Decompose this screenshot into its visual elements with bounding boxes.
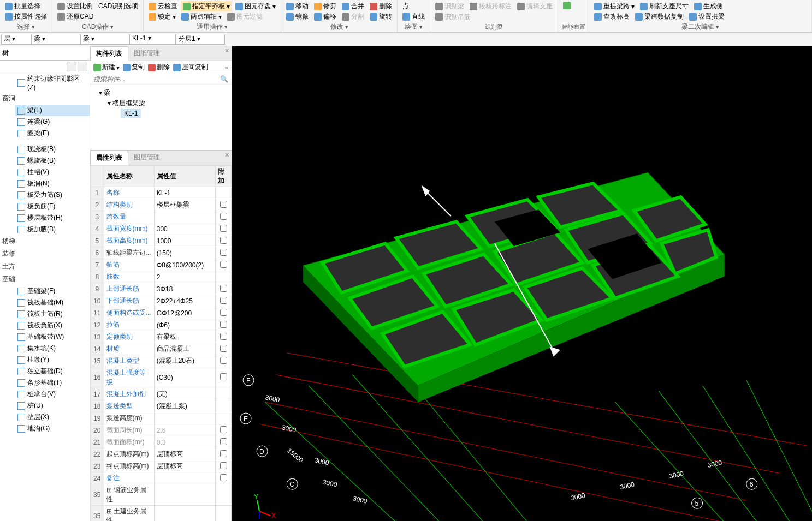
prop-row[interactable]: 8肢数2 bbox=[91, 271, 232, 283]
reset-span-button[interactable]: 重提梁跨 ▾ bbox=[592, 1, 636, 11]
edit-support-button[interactable]: 编辑支座 bbox=[515, 1, 554, 11]
prop-row[interactable]: 19泵送高度(m) bbox=[91, 412, 232, 424]
extra-checkbox[interactable] bbox=[220, 237, 227, 244]
prop-row[interactable]: 9上部通长筋3Φ18 bbox=[91, 283, 232, 295]
tree-item-constraint[interactable]: 约束边缘非阴影区(Z) bbox=[15, 73, 90, 92]
search-icon[interactable]: 🔍 bbox=[220, 75, 228, 83]
prop-row[interactable]: 35⊞ 钢筋业务属性 bbox=[91, 484, 232, 506]
save-element-button[interactable]: 图元存盘 ▾ bbox=[234, 1, 277, 11]
prop-row[interactable]: 4截面宽度(mm)300 bbox=[91, 223, 232, 235]
tree-item[interactable]: 独立基础(D) bbox=[15, 366, 90, 377]
prop-row[interactable]: 14材质商品混凝土 bbox=[91, 343, 232, 355]
merge-button[interactable]: 合并 bbox=[340, 1, 366, 11]
type1-dropdown[interactable]: 梁 ▾ bbox=[31, 34, 80, 45]
tree-item[interactable]: 桩承台(V) bbox=[15, 388, 90, 400]
type2-dropdown[interactable]: 梁 ▾ bbox=[80, 34, 129, 45]
prop-row[interactable]: 21截面面积(m²)0.3 bbox=[91, 436, 232, 448]
extra-checkbox[interactable] bbox=[220, 373, 227, 380]
line-button[interactable]: 直线 bbox=[401, 11, 426, 22]
tree-item[interactable]: 板负筋(F) bbox=[15, 201, 90, 212]
tree-item[interactable]: 筏板主筋(R) bbox=[15, 308, 90, 320]
tab-drawing-mgmt[interactable]: 图纸管理 bbox=[128, 46, 165, 61]
align-slab-button[interactable]: 指定平齐板 ▾ bbox=[181, 1, 232, 11]
mirror-button[interactable]: 镜像 bbox=[285, 11, 310, 22]
tree-item[interactable]: 桩(U) bbox=[15, 400, 90, 411]
prop-row[interactable]: 24备注 bbox=[91, 472, 232, 484]
offset-button[interactable]: 偏移 bbox=[312, 11, 338, 22]
extra-checkbox[interactable] bbox=[220, 309, 227, 316]
cad-options-button[interactable]: CAD识别选项 bbox=[97, 1, 140, 11]
gen-side-button[interactable]: 生成侧 bbox=[692, 1, 725, 11]
tree-item[interactable]: 螺旋板(B) bbox=[15, 155, 90, 166]
prop-row[interactable]: 11侧面构造或受...GΦ12@200 bbox=[91, 307, 232, 319]
search-input[interactable] bbox=[93, 75, 220, 83]
tree-item[interactable]: 基础板带(W) bbox=[15, 331, 90, 343]
lock-button[interactable]: 锁定 ▾ bbox=[147, 11, 177, 22]
recognize-beam-button[interactable]: 识别梁 bbox=[434, 1, 466, 11]
tree-item[interactable]: 圈梁(E) bbox=[15, 128, 90, 139]
move-button[interactable]: 移动 bbox=[285, 1, 310, 11]
more-icon[interactable]: » bbox=[224, 64, 228, 71]
select-by-prop-button[interactable]: 按属性选择 bbox=[3, 11, 49, 22]
extra-checkbox[interactable] bbox=[220, 261, 227, 268]
recognize-stirrup-button[interactable]: 识别吊筋 bbox=[434, 12, 472, 22]
filter-button[interactable]: 图元过滤 bbox=[226, 11, 264, 22]
tab-component-list[interactable]: 构件列表 bbox=[90, 46, 128, 61]
tree-item[interactable]: 基础梁(F) bbox=[15, 285, 90, 297]
point-button[interactable]: 点 bbox=[401, 1, 411, 11]
tree-item[interactable]: 连梁(G) bbox=[15, 116, 90, 128]
split-button[interactable]: 分割 bbox=[340, 11, 366, 22]
tree-item[interactable]: 地沟(G) bbox=[15, 423, 90, 434]
tree-item[interactable]: 垫层(X) bbox=[15, 411, 90, 423]
restore-cad-button[interactable]: 还原CAD bbox=[56, 11, 95, 22]
prop-row[interactable]: 3跨数量 bbox=[91, 211, 232, 223]
batch-select-button[interactable]: 批量选择 bbox=[3, 1, 42, 11]
tree-item[interactable]: 板洞(N) bbox=[15, 178, 90, 189]
floor-dropdown[interactable]: 分层1 ▾ bbox=[176, 34, 225, 45]
elev-button[interactable]: 查改标高 bbox=[592, 11, 631, 22]
tree-item[interactable]: 楼层板带(H) bbox=[15, 212, 90, 224]
extra-checkbox[interactable] bbox=[220, 474, 227, 481]
tree-item[interactable]: 柱帽(V) bbox=[15, 166, 90, 178]
rotate-button[interactable]: 旋转 bbox=[368, 11, 394, 22]
extra-checkbox[interactable] bbox=[220, 297, 227, 304]
3d-viewport[interactable]: F E D C 5 6 3000 3000 15000 3000 3000 30… bbox=[232, 46, 812, 521]
prop-row[interactable]: 2结构类别楼层框架梁 bbox=[91, 199, 232, 211]
tree-item[interactable]: 筏板负筋(X) bbox=[15, 320, 90, 331]
tree-cat[interactable]: 土方 bbox=[0, 260, 90, 273]
tree-item[interactable]: 柱墩(Y) bbox=[15, 354, 90, 366]
extra-checkbox[interactable] bbox=[220, 249, 227, 256]
layer-dropdown[interactable]: 层 ▾ bbox=[1, 34, 31, 45]
arch-beam-button[interactable]: 设置拱梁 bbox=[687, 11, 726, 22]
prop-row[interactable]: 10下部通长筋2Φ22+4Φ25 bbox=[91, 295, 232, 307]
tree-item[interactable]: 筏板基础(M) bbox=[15, 297, 90, 308]
extra-checkbox[interactable] bbox=[220, 357, 227, 364]
extra-checkbox[interactable] bbox=[220, 345, 227, 352]
tree-cat[interactable]: 装修 bbox=[0, 248, 90, 260]
span-copy-button[interactable]: 梁跨数据复制 bbox=[633, 11, 685, 22]
search-box[interactable]: 🔍 bbox=[90, 74, 232, 85]
prop-row[interactable]: 15混凝土类型(混凝土20石) bbox=[91, 355, 232, 367]
trim-button[interactable]: 修剪 bbox=[312, 1, 338, 11]
close-icon[interactable]: ✕ bbox=[224, 47, 229, 55]
extra-checkbox[interactable] bbox=[220, 462, 227, 469]
set-scale-button[interactable]: 设置比例 bbox=[56, 1, 94, 11]
new-button[interactable]: 新建 ▾ bbox=[93, 63, 120, 72]
close-icon[interactable]: ✕ bbox=[224, 152, 229, 159]
prop-row[interactable]: 17混凝土外加剂(无) bbox=[91, 388, 232, 400]
extra-checkbox[interactable] bbox=[220, 438, 227, 445]
tree-item[interactable]: 板加腋(B) bbox=[15, 224, 90, 235]
extra-checkbox[interactable] bbox=[220, 213, 227, 220]
delete-button[interactable]: 删除 bbox=[148, 63, 170, 72]
extra-checkbox[interactable] bbox=[220, 225, 227, 232]
prop-row[interactable]: 20截面周长(m)2.6 bbox=[91, 424, 232, 436]
extra-checkbox[interactable] bbox=[220, 321, 227, 328]
prop-row[interactable]: 1名称KL-1 bbox=[91, 187, 232, 199]
prop-row[interactable]: 18泵送类型(混凝土泵) bbox=[91, 400, 232, 412]
grid-view-icon[interactable] bbox=[78, 62, 87, 71]
extra-checkbox[interactable] bbox=[220, 450, 227, 457]
prop-row[interactable]: 35⊞ 土建业务属性 bbox=[91, 506, 232, 522]
extra-checkbox[interactable] bbox=[220, 426, 227, 433]
two-point-axis-button[interactable]: 两点辅轴 ▾ bbox=[180, 11, 223, 22]
tree-item[interactable]: 现浇板(B) bbox=[15, 143, 90, 155]
